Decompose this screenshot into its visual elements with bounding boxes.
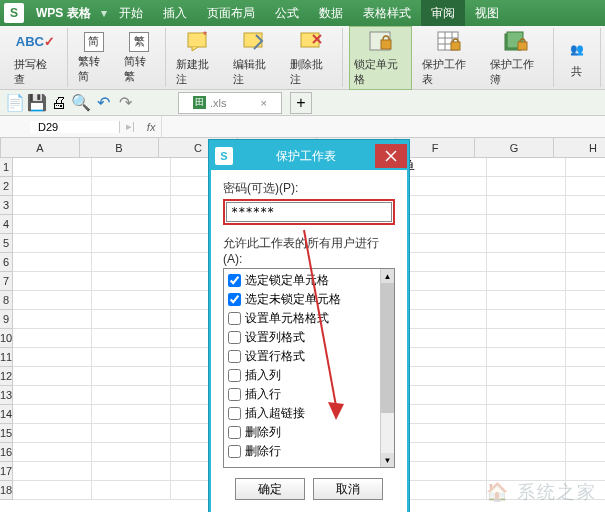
row-header[interactable]: 17 xyxy=(0,462,13,481)
row-header[interactable]: 3 xyxy=(0,196,13,215)
permission-checkbox[interactable] xyxy=(228,426,241,439)
scroll-up-icon[interactable]: ▲ xyxy=(381,269,394,283)
qat-undo-icon[interactable]: ↶ xyxy=(94,94,112,112)
cell[interactable] xyxy=(13,462,92,481)
cell[interactable] xyxy=(408,424,487,443)
permission-item[interactable]: 删除列 xyxy=(228,423,390,442)
new-comment-button[interactable]: * 新建批注 xyxy=(172,27,223,89)
row-header[interactable]: 13 xyxy=(0,386,13,405)
cell[interactable] xyxy=(408,215,487,234)
cell[interactable] xyxy=(566,177,605,196)
cell[interactable] xyxy=(487,443,566,462)
cell[interactable] xyxy=(487,367,566,386)
ok-button[interactable]: 确定 xyxy=(235,478,305,500)
add-tab-button[interactable]: + xyxy=(290,92,312,114)
password-input[interactable] xyxy=(226,202,392,222)
cell[interactable] xyxy=(487,462,566,481)
permission-item[interactable]: 选定未锁定单元格 xyxy=(228,290,390,309)
cell-reference[interactable]: D29 xyxy=(30,121,120,133)
cell[interactable] xyxy=(566,443,605,462)
cell[interactable] xyxy=(487,329,566,348)
row-header[interactable]: 8 xyxy=(0,291,13,310)
permission-checkbox[interactable] xyxy=(228,369,241,382)
cell[interactable] xyxy=(487,405,566,424)
row-header[interactable]: 6 xyxy=(0,253,13,272)
cell[interactable] xyxy=(566,196,605,215)
row-header[interactable]: 15 xyxy=(0,424,13,443)
cell[interactable] xyxy=(92,234,171,253)
cell[interactable] xyxy=(13,424,92,443)
cell[interactable] xyxy=(408,253,487,272)
cell[interactable] xyxy=(408,367,487,386)
cell[interactable] xyxy=(487,386,566,405)
permission-checkbox[interactable] xyxy=(228,331,241,344)
tab-data[interactable]: 数据 xyxy=(309,0,353,26)
cell[interactable] xyxy=(566,329,605,348)
permission-checkbox[interactable] xyxy=(228,388,241,401)
cell[interactable] xyxy=(13,234,92,253)
cell[interactable] xyxy=(408,291,487,310)
cell[interactable] xyxy=(408,272,487,291)
cell[interactable] xyxy=(92,310,171,329)
cell[interactable] xyxy=(13,310,92,329)
cancel-button[interactable]: 取消 xyxy=(313,478,383,500)
qat-new-icon[interactable]: 📄 xyxy=(6,94,24,112)
col-header[interactable]: G xyxy=(475,138,554,158)
permission-item[interactable]: 设置单元格格式 xyxy=(228,309,390,328)
tab-layout[interactable]: 页面布局 xyxy=(197,0,265,26)
row-header[interactable]: 16 xyxy=(0,443,13,462)
cell[interactable] xyxy=(487,291,566,310)
cell[interactable] xyxy=(13,405,92,424)
qat-preview-icon[interactable]: 🔍 xyxy=(72,94,90,112)
row-header[interactable]: 5 xyxy=(0,234,13,253)
tab-view[interactable]: 视图 xyxy=(465,0,509,26)
formula-input[interactable] xyxy=(161,116,605,137)
permission-item[interactable]: 插入行 xyxy=(228,385,390,404)
cell[interactable] xyxy=(13,329,92,348)
trad-to-simp-button[interactable]: 简 繁转简 xyxy=(74,30,114,86)
permission-checkbox[interactable] xyxy=(228,350,241,363)
cell[interactable] xyxy=(408,196,487,215)
row-header[interactable]: 7 xyxy=(0,272,13,291)
scroll-down-icon[interactable]: ▼ xyxy=(381,453,394,467)
row-header[interactable]: 10 xyxy=(0,329,13,348)
row-header[interactable]: 14 xyxy=(0,405,13,424)
cell[interactable] xyxy=(92,348,171,367)
cell[interactable] xyxy=(13,253,92,272)
cell[interactable] xyxy=(487,348,566,367)
cell[interactable] xyxy=(92,386,171,405)
cell[interactable] xyxy=(408,405,487,424)
simp-to-trad-button[interactable]: 繁 简转繁 xyxy=(120,30,160,86)
dialog-close-button[interactable] xyxy=(375,144,407,168)
scroll-thumb[interactable] xyxy=(381,283,394,413)
delete-comment-button[interactable]: 删除批注 xyxy=(286,27,337,89)
row-header[interactable]: 2 xyxy=(0,177,13,196)
permission-item[interactable]: 设置列格式 xyxy=(228,328,390,347)
permission-item[interactable]: 插入超链接 xyxy=(228,404,390,423)
cell[interactable] xyxy=(92,405,171,424)
row-header[interactable]: 1 xyxy=(0,158,13,177)
cell[interactable] xyxy=(566,367,605,386)
cell[interactable] xyxy=(487,158,566,177)
cell[interactable] xyxy=(408,348,487,367)
cell[interactable] xyxy=(13,177,92,196)
row-header[interactable]: 9 xyxy=(0,310,13,329)
permission-item[interactable]: 设置行格式 xyxy=(228,347,390,366)
cell[interactable] xyxy=(487,177,566,196)
cell[interactable] xyxy=(566,234,605,253)
cell[interactable] xyxy=(92,424,171,443)
tab-formula[interactable]: 公式 xyxy=(265,0,309,26)
cell[interactable] xyxy=(408,329,487,348)
tab-insert[interactable]: 插入 xyxy=(153,0,197,26)
fx-icon[interactable]: fx xyxy=(141,121,162,133)
cell[interactable] xyxy=(92,367,171,386)
cell[interactable] xyxy=(13,291,92,310)
permission-checkbox[interactable] xyxy=(228,312,241,325)
cell[interactable] xyxy=(408,462,487,481)
qat-save-icon[interactable]: 💾 xyxy=(28,94,46,112)
permission-item[interactable]: 选定锁定单元格 xyxy=(228,271,390,290)
cell[interactable] xyxy=(13,481,92,500)
permission-checkbox[interactable] xyxy=(228,293,241,306)
cell[interactable] xyxy=(92,177,171,196)
cell[interactable] xyxy=(13,443,92,462)
